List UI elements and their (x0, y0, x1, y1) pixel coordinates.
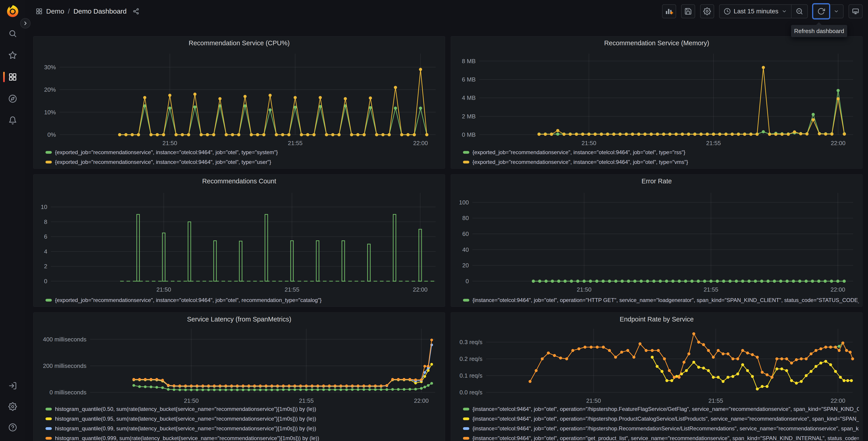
svg-text:100: 100 (459, 199, 469, 206)
svg-text:10: 10 (41, 204, 47, 210)
legend: {instance="otelcol:9464", job="otel", op… (454, 404, 859, 441)
legend-swatch (45, 408, 52, 410)
panel-title[interactable]: Recommendation Service (CPU%) (37, 38, 441, 48)
svg-text:20%: 20% (44, 86, 56, 93)
endpoint-rate-chart[interactable]: 21:5021:5522:000.0 req/s0.1 req/s0.2 req… (454, 323, 859, 404)
svg-text:21:55: 21:55 (299, 397, 314, 404)
service-latency-chart[interactable]: 21:5021:5522:000 milliseconds200 millise… (37, 323, 441, 404)
refresh-icon (817, 7, 825, 15)
svg-text:0%: 0% (47, 131, 56, 138)
panel-title[interactable]: Recommendations Count (37, 176, 441, 185)
panel-title[interactable]: Error Rate (454, 176, 859, 185)
svg-text:80: 80 (462, 215, 469, 222)
legend-swatch (463, 151, 469, 154)
legend-item[interactable]: histogram_quantile(0.95, sum(rate(latenc… (37, 414, 441, 423)
sidebar-item-sign-in[interactable] (0, 381, 25, 390)
legend-item[interactable]: {exported_job="recommendationservice", i… (454, 147, 859, 157)
time-range-picker[interactable]: Last 15 minutes (719, 5, 791, 18)
legend-item[interactable]: histogram_quantile(0.999, sum(rate(laten… (37, 433, 441, 441)
svg-text:0: 0 (44, 278, 47, 285)
search-icon (8, 29, 17, 38)
sidebar (0, 0, 25, 441)
panel-title[interactable]: Recommendation Service (Memory) (454, 38, 859, 48)
legend-item[interactable]: {instance="otelcol:9464", job="otel", op… (454, 404, 859, 414)
svg-text:0.3 req/s: 0.3 req/s (460, 339, 483, 346)
legend-label: {instance="otelcol:9464", job="otel", op… (472, 297, 859, 303)
monitor-icon (852, 7, 859, 15)
add-panel-button[interactable] (662, 4, 676, 18)
panel-title[interactable]: Endpoint Rate by Service (454, 314, 859, 323)
svg-text:20: 20 (462, 262, 469, 269)
panel-recommendation-memory: Recommendation Service (Memory) 21:5021:… (451, 36, 863, 169)
topbar: Demo / Demo Dashboard Last 15 minutes (25, 0, 868, 23)
legend-swatch (463, 299, 469, 301)
legend-swatch (45, 299, 52, 301)
sign-in-icon (8, 381, 17, 390)
gear-icon (703, 7, 711, 15)
dashboard-grid: Recommendation Service (CPU%) 21:5021:55… (33, 36, 863, 441)
sidebar-item-help[interactable] (0, 423, 25, 432)
legend-label: histogram_quantile(0.99, sum(rate(latenc… (55, 425, 316, 432)
svg-text:22:00: 22:00 (831, 140, 845, 146)
topbar-actions: Last 15 minutes (662, 4, 863, 18)
legend-item[interactable]: {exported_job="recommendationservice", i… (37, 295, 441, 305)
legend-item[interactable]: {exported_job="recommendationservice", i… (37, 157, 441, 167)
panel-title[interactable]: Service Latency (from SpanMetrics) (37, 314, 441, 323)
memory-chart[interactable]: 21:5021:5522:000 MB2 MB4 MB6 MB8 MB (454, 48, 859, 147)
save-dashboard-button[interactable] (681, 4, 695, 18)
svg-text:8 MB: 8 MB (462, 58, 476, 64)
refresh-group (813, 4, 843, 18)
svg-text:21:55: 21:55 (709, 397, 723, 404)
svg-text:22:00: 22:00 (413, 140, 428, 146)
legend-item[interactable]: histogram_quantile(0.50, sum(rate(latenc… (37, 404, 441, 414)
kiosk-mode-button[interactable] (848, 4, 863, 18)
legend-swatch (45, 437, 52, 440)
legend-item[interactable]: {exported_job="recommendationservice", i… (37, 147, 441, 157)
svg-text:6: 6 (44, 233, 47, 240)
zoom-out-button[interactable] (792, 5, 807, 18)
refresh-dashboard-button[interactable] (813, 5, 829, 18)
legend-item[interactable]: {instance="otelcol:9464", job="otel", op… (454, 295, 859, 305)
star-icon (8, 51, 17, 60)
sidebar-item-starred[interactable] (0, 51, 25, 60)
svg-text:0.0 req/s: 0.0 req/s (460, 389, 483, 396)
grafana-logo[interactable] (6, 4, 20, 18)
breadcrumb-dashboard[interactable]: Demo Dashboard (73, 7, 126, 15)
svg-text:4: 4 (44, 248, 47, 255)
svg-text:22:00: 22:00 (831, 397, 845, 404)
dashboard-settings-button[interactable] (700, 4, 714, 18)
legend-item[interactable]: {instance="otelcol:9464", job="otel", op… (454, 433, 859, 441)
legend: histogram_quantile(0.50, sum(rate(latenc… (37, 404, 441, 441)
sidebar-item-search[interactable] (0, 29, 25, 38)
legend-swatch (45, 151, 52, 154)
dashboards-icon (8, 73, 17, 81)
svg-text:40: 40 (462, 246, 469, 253)
sidebar-item-dashboards[interactable] (0, 72, 25, 82)
refresh-interval-dropdown[interactable] (830, 5, 843, 18)
svg-text:6 MB: 6 MB (462, 76, 476, 83)
legend-item[interactable]: {exported_job="recommendationservice", i… (454, 157, 859, 167)
svg-text:21:50: 21:50 (156, 286, 171, 293)
legend-swatch (463, 437, 469, 440)
cpu-chart[interactable]: 21:5021:5522:000%10%20%30% (37, 48, 441, 147)
legend: {exported_job="recommendationservice", i… (37, 295, 441, 305)
legend-item[interactable]: histogram_quantile(0.99, sum(rate(latenc… (37, 423, 441, 433)
svg-text:200 milliseconds: 200 milliseconds (43, 362, 87, 369)
svg-text:21:55: 21:55 (285, 286, 299, 293)
sidebar-item-explore[interactable] (0, 94, 25, 103)
legend-item[interactable]: {instance="otelcol:9464", job="otel", op… (454, 414, 859, 423)
clock-icon (724, 8, 731, 15)
sidebar-item-alerting[interactable] (0, 116, 25, 125)
legend-item[interactable]: {instance="otelcol:9464", job="otel", op… (454, 423, 859, 433)
sidebar-nav (0, 29, 25, 125)
legend-swatch (463, 427, 469, 430)
share-button[interactable] (133, 8, 140, 15)
sidebar-expand-button[interactable] (20, 18, 31, 29)
svg-text:30%: 30% (44, 64, 56, 70)
breadcrumb-folder[interactable]: Demo (46, 7, 64, 15)
recommendations-count-chart[interactable]: 21:5021:5522:000246810 (37, 185, 441, 295)
error-rate-chart[interactable]: 21:5021:5522:00020406080100 (454, 185, 859, 295)
sidebar-item-settings[interactable] (0, 402, 25, 411)
svg-text:21:50: 21:50 (586, 397, 601, 404)
legend-label: {instance="otelcol:9464", job="otel", op… (472, 425, 859, 432)
